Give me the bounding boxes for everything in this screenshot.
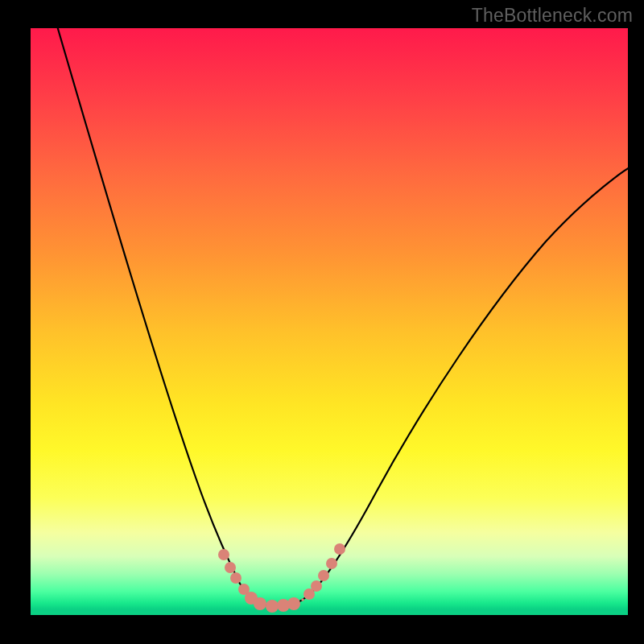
marker-dot bbox=[218, 549, 229, 560]
marker-dot bbox=[326, 558, 337, 569]
chart-frame: TheBottleneck.com bbox=[0, 0, 644, 644]
left-curve bbox=[56, 23, 275, 606]
right-curve bbox=[275, 167, 631, 606]
marker-dot bbox=[311, 580, 322, 592]
watermark-text: TheBottleneck.com bbox=[472, 5, 633, 27]
marker-dot bbox=[266, 600, 279, 613]
curves-svg bbox=[31, 28, 628, 615]
plot-area bbox=[31, 28, 628, 615]
marker-dot bbox=[225, 562, 236, 573]
marker-dot bbox=[230, 572, 242, 584]
marker-dot bbox=[254, 597, 266, 610]
marker-dot bbox=[287, 597, 300, 610]
marker-dot bbox=[318, 570, 329, 581]
marker-dot bbox=[301, 598, 304, 601]
marker-dot bbox=[334, 543, 345, 555]
